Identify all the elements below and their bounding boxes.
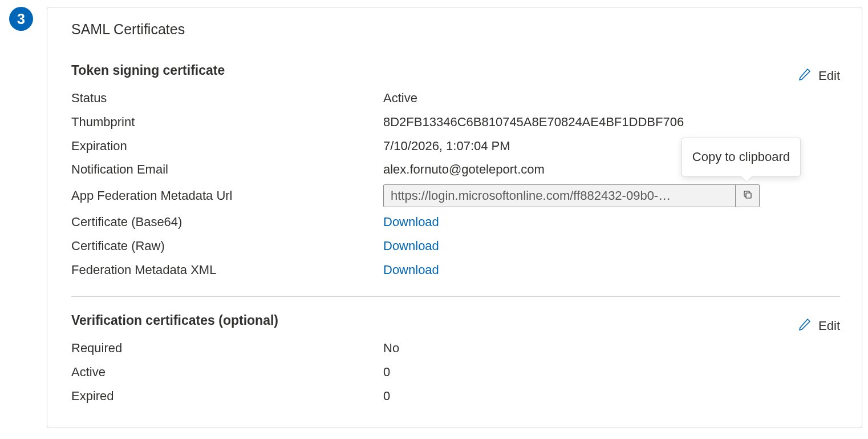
cert-raw-label: Certificate (Raw) — [71, 234, 383, 258]
thumbprint-label: Thumbprint — [71, 110, 383, 134]
expiration-label: Expiration — [71, 134, 383, 158]
expired-value: 0 — [383, 384, 390, 408]
status-label: Status — [71, 86, 383, 110]
metadata-url-label: App Federation Metadata Url — [71, 184, 383, 208]
notification-email-label: Notification Email — [71, 158, 383, 182]
section-divider — [71, 296, 840, 297]
edit-label: Edit — [818, 319, 840, 333]
copy-tooltip: Copy to clipboard — [682, 138, 801, 176]
status-value: Active — [383, 86, 417, 110]
cert-b64-label: Certificate (Base64) — [71, 210, 383, 234]
expired-label: Expired — [71, 384, 383, 408]
metadata-url-value: https://login.microsoftonline.com/ff8824… — [384, 184, 735, 207]
copy-icon — [743, 185, 753, 207]
pencil-icon — [798, 317, 812, 335]
svg-rect-0 — [746, 193, 751, 198]
active-value: 0 — [383, 360, 390, 384]
copy-metadata-url-button[interactable] — [735, 185, 759, 207]
token-signing-heading: Token signing certificate — [71, 63, 225, 78]
required-value: No — [383, 336, 399, 360]
card-title: SAML Certificates — [71, 21, 840, 38]
notification-email-value: alex.fornuto@goteleport.com — [383, 158, 545, 182]
fed-xml-label: Federation Metadata XML — [71, 258, 383, 282]
metadata-url-field[interactable]: https://login.microsoftonline.com/ff8824… — [383, 184, 760, 207]
download-fed-xml-link[interactable]: Download — [383, 258, 439, 282]
expiration-value: 7/10/2026, 1:07:04 PM — [383, 134, 510, 158]
verification-heading: Verification certificates (optional) — [71, 313, 278, 328]
required-label: Required — [71, 336, 383, 360]
thumbprint-value: 8D2FB13346C6B810745A8E70824AE4BF1DDBF706 — [383, 110, 684, 134]
edit-label: Edit — [818, 69, 840, 83]
download-cert-raw-link[interactable]: Download — [383, 234, 439, 258]
download-cert-b64-link[interactable]: Download — [383, 210, 439, 234]
active-label: Active — [71, 360, 383, 384]
edit-verification-button[interactable]: Edit — [798, 317, 840, 335]
edit-token-signing-button[interactable]: Edit — [798, 67, 840, 84]
pencil-icon — [798, 67, 812, 84]
step-number-badge: 3 — [9, 7, 33, 31]
saml-certificates-card: SAML Certificates Token signing certific… — [47, 7, 862, 428]
